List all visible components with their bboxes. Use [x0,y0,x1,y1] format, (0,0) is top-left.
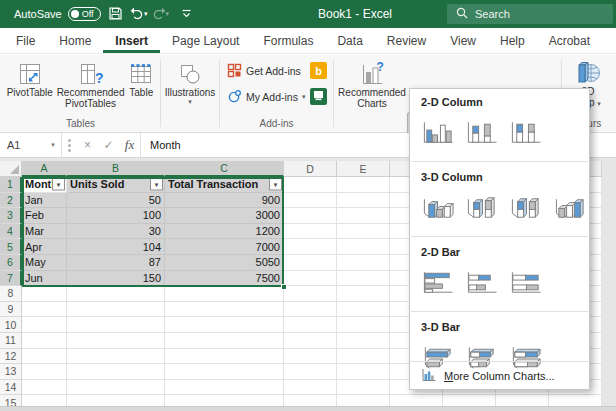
cell-C13[interactable] [165,364,284,380]
cell-E11[interactable] [337,333,390,349]
cell-A6[interactable]: May [22,255,67,271]
cell-D3[interactable] [284,208,337,224]
name-box-dropdown-arrow[interactable]: ▾ [45,141,61,149]
cell-D14[interactable] [284,380,337,396]
tab-formulas[interactable]: Formulas [251,28,325,53]
cell-B13[interactable] [67,364,165,380]
cell-B11[interactable] [67,333,165,349]
pivottable-button[interactable]: PivotTable [5,59,55,99]
cell-B8[interactable] [67,286,165,302]
cell-A2[interactable]: Jan [22,193,67,209]
row-header-11[interactable]: 11 [0,333,22,349]
name-box[interactable]: A1 ▾ [0,133,62,157]
cell-A4[interactable]: Mar [22,224,67,240]
tab-acrobat[interactable]: Acrobat [537,28,602,53]
cell-E14[interactable] [337,380,390,396]
cell-E9[interactable] [337,302,390,318]
cell-C4[interactable]: 1200 [165,224,284,240]
tab-view[interactable]: View [438,28,488,53]
tab-help[interactable]: Help [488,28,537,53]
row-header-13[interactable]: 13 [0,364,22,380]
cell-B1[interactable]: Units Sold▾ [67,177,165,193]
cell-B9[interactable] [67,302,165,318]
recommended-pivottables-button[interactable]: ? Recommended PivotTables [58,59,124,110]
chart-type-stacked-column-icon[interactable] [462,116,502,151]
cell-E2[interactable] [337,193,390,209]
cell-B6[interactable]: 87 [67,255,165,271]
cell-A1[interactable]: Month▾ [22,177,67,193]
select-all-corner[interactable] [0,161,22,177]
cell-B12[interactable] [67,349,165,365]
row-header-4[interactable]: 4 [0,224,22,240]
cell-D12[interactable] [284,349,337,365]
cell-E13[interactable] [337,364,390,380]
my-addins-button[interactable]: My Add-ins ▾ [225,86,307,108]
cell-E10[interactable] [337,317,390,333]
row-header-1[interactable]: 1 [0,177,22,193]
cell-C3[interactable]: 3000 [165,208,284,224]
cell-C7[interactable]: 7500 [165,271,284,287]
cell-D9[interactable] [284,302,337,318]
cell-B10[interactable] [67,317,165,333]
cell-C8[interactable] [165,286,284,302]
cell-A9[interactable] [22,302,67,318]
row-header-9[interactable]: 9 [0,302,22,318]
cell-E5[interactable] [337,239,390,255]
cell-D6[interactable] [284,255,337,271]
tab-insert[interactable]: Insert [103,28,160,53]
cell-D4[interactable] [284,224,337,240]
column-header-B[interactable]: B [67,161,165,177]
cell-D10[interactable] [284,317,337,333]
cell-D7[interactable] [284,271,337,287]
cell-B14[interactable] [67,380,165,396]
row-header-5[interactable]: 5 [0,239,22,255]
chart-type-3d-100-stacked-column-icon[interactable] [506,191,546,226]
column-header-A[interactable]: A [22,161,67,177]
cancel-button[interactable]: × [77,133,98,157]
cell-D13[interactable] [284,364,337,380]
cell-D8[interactable] [284,286,337,302]
cell-A12[interactable] [22,349,67,365]
row-header-6[interactable]: 6 [0,255,22,271]
cell-E1[interactable] [337,177,390,193]
bing-maps-addin-button[interactable]: b [310,62,327,79]
people-graph-addin-button[interactable] [310,88,327,105]
cell-A14[interactable] [22,380,67,396]
filter-button[interactable]: ▾ [52,178,65,191]
column-header-C[interactable]: C [165,161,284,177]
cell-B3[interactable]: 100 [67,208,165,224]
cell-D5[interactable] [284,239,337,255]
tab-home[interactable]: Home [47,28,103,53]
chart-type-clustered-bar-icon[interactable] [418,266,458,301]
cell-C12[interactable] [165,349,284,365]
cell-E3[interactable] [337,208,390,224]
cell-E12[interactable] [337,349,390,365]
cell-C1[interactable]: Total Transaction▾ [165,177,284,193]
cell-D11[interactable] [284,333,337,349]
cell-B4[interactable]: 30 [67,224,165,240]
cell-A13[interactable] [22,364,67,380]
cell-C11[interactable] [165,333,284,349]
row-header-8[interactable]: 8 [0,286,22,302]
chart-type-100-stacked-column-icon[interactable] [506,116,546,151]
redo-dropdown-arrow[interactable]: ▾ [166,10,170,18]
cell-A3[interactable]: Feb [22,208,67,224]
cell-E7[interactable] [337,271,390,287]
recommended-charts-button[interactable]: ? Recommended Charts [334,59,410,110]
cell-B5[interactable]: 104 [67,239,165,255]
filter-button[interactable]: ▾ [150,178,163,191]
more-column-charts-item[interactable]: More Column Charts... [410,361,589,389]
cell-A10[interactable] [22,317,67,333]
chart-type-3d-clustered-column-icon[interactable] [418,191,458,226]
filter-button[interactable]: ▾ [269,178,282,191]
illustrations-button[interactable]: Illustrations ▾ [163,59,218,107]
tab-data[interactable]: Data [325,28,374,53]
save-button[interactable] [104,2,126,26]
cell-C10[interactable] [165,317,284,333]
cell-D1[interactable] [284,177,337,193]
table-button[interactable]: Table [126,59,156,99]
chart-type-clustered-column-icon[interactable] [418,116,458,151]
chart-type-100-stacked-bar-icon[interactable] [506,266,546,301]
tab-review[interactable]: Review [375,28,438,53]
row-header-7[interactable]: 7 [0,271,22,287]
